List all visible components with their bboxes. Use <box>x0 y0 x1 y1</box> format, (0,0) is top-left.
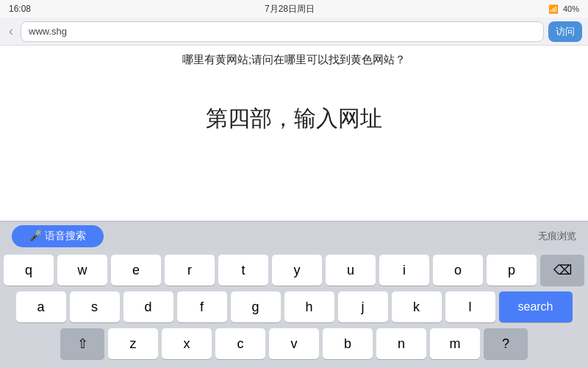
back-button[interactable]: ‹ <box>6 24 16 39</box>
key-u[interactable]: u <box>326 255 376 286</box>
key-k[interactable]: k <box>392 291 442 322</box>
visit-button[interactable]: 访问 <box>548 21 582 42</box>
question-text: 哪里有黄网站;请问在哪里可以找到黄色网站？ <box>0 46 588 71</box>
keyboard-toolbar: 🎤 语音搜索 无痕浏览 <box>0 221 588 250</box>
key-z[interactable]: z <box>108 328 158 359</box>
key-v[interactable]: v <box>269 328 319 359</box>
key-f[interactable]: f <box>177 291 227 322</box>
key-e[interactable]: e <box>111 255 161 286</box>
status-bar: 16:08 7月28日周日 📶 40% <box>0 0 588 18</box>
key-l[interactable]: l <box>445 291 495 322</box>
key-row-3: ⇧ z x c v b n m ? <box>3 328 585 359</box>
key-j[interactable]: j <box>338 291 388 322</box>
keyboard-area: 🎤 语音搜索 无痕浏览 q w e r t y u i o p ⌫ a s d … <box>0 221 588 368</box>
key-t[interactable]: t <box>218 255 268 286</box>
status-time: 16:08 <box>9 4 31 14</box>
key-w[interactable]: w <box>57 255 107 286</box>
status-date: 7月28日周日 <box>265 3 315 15</box>
key-r[interactable]: r <box>165 255 215 286</box>
url-input[interactable]: www.shg <box>21 21 544 42</box>
key-x[interactable]: x <box>162 328 212 359</box>
key-y[interactable]: y <box>272 255 322 286</box>
key-b[interactable]: b <box>323 328 373 359</box>
key-o[interactable]: o <box>433 255 483 286</box>
key-question[interactable]: ? <box>484 328 528 359</box>
main-content: 第四部，输入网址 <box>0 71 588 167</box>
status-icons: 📶 40% <box>548 4 579 14</box>
key-h[interactable]: h <box>284 291 334 322</box>
key-row-2: a s d f g h j k l search <box>3 291 585 322</box>
key-search[interactable]: search <box>499 291 573 322</box>
key-delete[interactable]: ⌫ <box>540 255 584 286</box>
battery-indicator: 40% <box>563 4 579 13</box>
key-shift[interactable]: ⇧ <box>60 328 104 359</box>
private-label: 无痕浏览 <box>538 230 576 243</box>
key-q[interactable]: q <box>4 255 54 286</box>
key-m[interactable]: m <box>430 328 480 359</box>
key-d[interactable]: d <box>123 291 173 322</box>
key-row-1: q w e r t y u i o p ⌫ <box>3 255 585 286</box>
signal-icon: 📶 <box>548 4 559 14</box>
key-g[interactable]: g <box>231 291 281 322</box>
voice-search-button[interactable]: 🎤 语音搜索 <box>12 225 104 247</box>
key-p[interactable]: p <box>487 255 537 286</box>
key-a[interactable]: a <box>16 291 66 322</box>
key-n[interactable]: n <box>376 328 426 359</box>
keyboard-rows: q w e r t y u i o p ⌫ a s d f g h j k l … <box>0 250 588 368</box>
key-s[interactable]: s <box>70 291 120 322</box>
address-bar: ‹ www.shg 访问 <box>0 18 588 46</box>
page-title: 第四部，输入网址 <box>206 104 382 134</box>
key-c[interactable]: c <box>215 328 265 359</box>
key-i[interactable]: i <box>379 255 429 286</box>
